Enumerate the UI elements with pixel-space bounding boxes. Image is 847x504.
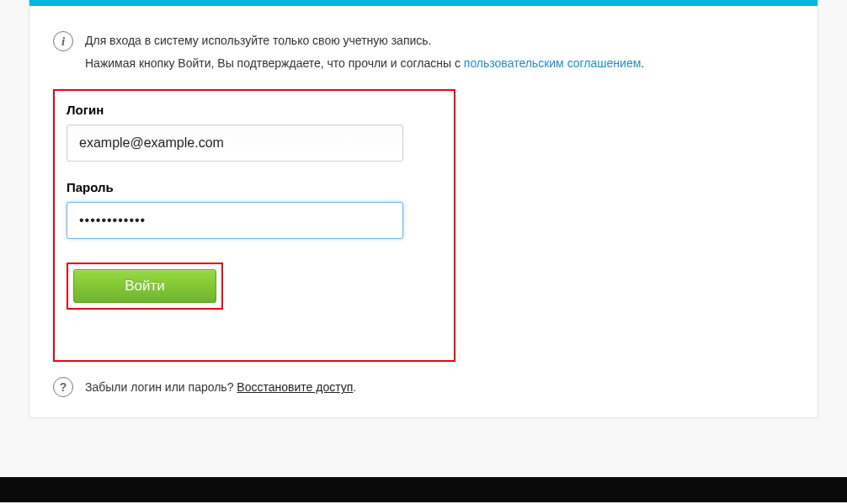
info-line-1: Для входа в систему используйте только с…: [85, 29, 644, 52]
login-panel: i Для входа в систему используйте только…: [29, 0, 818, 418]
top-accent-bar: [29, 0, 818, 6]
info-icon: i: [53, 31, 73, 51]
login-label: Логин: [67, 103, 442, 117]
submit-button-highlight: Войти: [67, 263, 223, 310]
user-agreement-link[interactable]: пользовательским соглашением: [464, 56, 642, 70]
login-button[interactable]: Войти: [73, 269, 216, 303]
password-label: Пароль: [67, 180, 442, 194]
info-text: Для входа в систему используйте только с…: [85, 29, 644, 74]
question-icon: ?: [53, 377, 73, 397]
login-form-highlight: Логин Пароль Войти: [53, 89, 455, 362]
page-footer: [0, 477, 847, 502]
content-area: i Для входа в систему используйте только…: [29, 6, 818, 417]
login-input[interactable]: [67, 125, 403, 162]
info-line-2: Нажимая кнопку Войти, Вы подтверждаете, …: [85, 52, 644, 75]
help-block: ? Забыли логин или пароль? Восстановите …: [53, 377, 794, 397]
info-block: i Для входа в систему используйте только…: [53, 29, 794, 74]
recover-access-link[interactable]: Восстановите доступ: [237, 380, 353, 394]
help-text: Забыли логин или пароль? Восстановите до…: [85, 380, 356, 394]
password-input[interactable]: [67, 202, 403, 239]
